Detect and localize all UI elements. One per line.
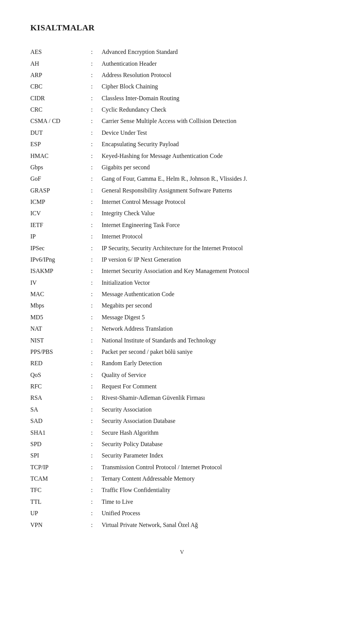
colon-separator: : (91, 219, 102, 231)
definition: Cyclic Redundancy Check (102, 104, 334, 115)
list-item: AH:Authentication Header (30, 58, 334, 69)
page-title: KISALTMALAR (30, 23, 334, 33)
colon-separator: : (91, 208, 102, 219)
definition: Security Policy Database (102, 439, 334, 450)
list-item: SPD:Security Policy Database (30, 439, 334, 450)
list-item: IP:Internet Protocol (30, 231, 334, 242)
abbreviation: MAC (30, 289, 91, 300)
abbreviation: IP (30, 231, 91, 242)
colon-separator: : (91, 58, 102, 69)
colon-separator: : (91, 381, 102, 392)
definition: Packet per second / paket bölü saniye (102, 346, 334, 358)
definition: Integrity Check Value (102, 208, 334, 219)
colon-separator: : (91, 139, 102, 150)
list-item: TCAM:Ternary Content Addressable Memory (30, 473, 334, 484)
abbreviation: IPv6/IPng (30, 254, 91, 265)
definition: Traffic Flow Confidentiality (102, 484, 334, 496)
abbreviation: RSA (30, 392, 91, 404)
list-item: RED:Random Early Detection (30, 358, 334, 369)
list-item: NIST:National Institute of Standards and… (30, 334, 334, 346)
abbreviation: TCP/IP (30, 462, 91, 473)
abbreviation: Gbps (30, 162, 91, 173)
definition: Megabits per second (102, 300, 334, 311)
abbreviation: DUT (30, 127, 91, 139)
list-item: IV:Initialization Vector (30, 277, 334, 289)
list-item: AES:Advanced Encryption Standard (30, 46, 334, 58)
colon-separator: : (91, 69, 102, 81)
colon-separator: : (91, 369, 102, 381)
colon-separator: : (91, 185, 102, 196)
colon-separator: : (91, 242, 102, 254)
list-item: SPI:Security Parameter Index (30, 450, 334, 461)
colon-separator: : (91, 334, 102, 346)
definition: Quality of Service (102, 369, 334, 381)
colon-separator: : (91, 277, 102, 289)
abbreviation: CBC (30, 81, 91, 92)
abbreviation: IPSec (30, 242, 91, 254)
colon-separator: : (91, 484, 102, 496)
abbreviation: GRASP (30, 185, 91, 196)
colon-separator: : (91, 358, 102, 369)
definition: Cipher Block Chaining (102, 81, 334, 92)
definition: Time to Live (102, 496, 334, 508)
definition: Secure Hash Algorithm (102, 427, 334, 438)
list-item: Gbps:Gigabits per second (30, 162, 334, 173)
definition: Classless Inter-Domain Routing (102, 93, 334, 104)
colon-separator: : (91, 127, 102, 139)
abbreviation: GoF (30, 173, 91, 185)
colon-separator: : (91, 404, 102, 415)
list-item: TFC:Traffic Flow Confidentiality (30, 484, 334, 496)
list-item: RSA:Rivest-Shamir-Adleman Güvenlik Firma… (30, 392, 334, 404)
colon-separator: : (91, 196, 102, 208)
abbreviation: SPD (30, 439, 91, 450)
definition: Device Under Test (102, 127, 334, 139)
colon-separator: : (91, 150, 102, 161)
list-item: SHA1:Secure Hash Algorithm (30, 427, 334, 438)
abbreviations-table: AES:Advanced Encryption StandardAH:Authe… (30, 46, 334, 531)
colon-separator: : (91, 115, 102, 127)
abbreviation: UP (30, 508, 91, 519)
list-item: PPS/PBS:Packet per second / paket bölü s… (30, 346, 334, 358)
definition: Address Resolution Protocol (102, 69, 334, 81)
abbreviation: TCAM (30, 473, 91, 484)
definition: Security Parameter Index (102, 450, 334, 461)
colon-separator: : (91, 346, 102, 358)
abbreviation: PPS/PBS (30, 346, 91, 358)
colon-separator: : (91, 392, 102, 404)
abbreviation: IV (30, 277, 91, 289)
definition: Network Address Translation (102, 323, 334, 334)
abbreviation: TFC (30, 484, 91, 496)
definition: Random Early Detection (102, 358, 334, 369)
list-item: IPv6/IPng:IP version 6/ IP Next Generati… (30, 254, 334, 265)
abbreviation: Mbps (30, 300, 91, 311)
abbreviation: IETF (30, 219, 91, 231)
colon-separator: : (91, 439, 102, 450)
definition: Internet Control Message Protocol (102, 196, 334, 208)
colon-separator: : (91, 46, 102, 58)
definition: Ternary Content Addressable Memory (102, 473, 334, 484)
list-item: UP:Unified Process (30, 508, 334, 519)
definition: Gigabits per second (102, 162, 334, 173)
abbreviation: AES (30, 46, 91, 58)
colon-separator: : (91, 265, 102, 277)
definition: Request For Comment (102, 381, 334, 392)
list-item: ESP:Encapsulating Security Payload (30, 139, 334, 150)
list-item: RFC:Request For Comment (30, 381, 334, 392)
colon-separator: : (91, 496, 102, 508)
definition: Unified Process (102, 508, 334, 519)
colon-separator: : (91, 254, 102, 265)
colon-separator: : (91, 173, 102, 185)
list-item: ICV:Integrity Check Value (30, 208, 334, 219)
abbreviation: ISAKMP (30, 265, 91, 277)
definition: Gang of Four, Gamma E., Helm R., Johnson… (102, 173, 334, 185)
definition: Transmission Control Protocol / Internet… (102, 462, 334, 473)
abbreviation: SA (30, 404, 91, 415)
list-item: TCP/IP:Transmission Control Protocol / I… (30, 462, 334, 473)
definition: Internet Protocol (102, 231, 334, 242)
list-item: NAT:Network Address Translation (30, 323, 334, 334)
definition: Security Association Database (102, 415, 334, 427)
abbreviation: SHA1 (30, 427, 91, 438)
definition: Internet Security Association and Key Ma… (102, 265, 334, 277)
abbreviation: SPI (30, 450, 91, 461)
definition: Rivest-Shamir-Adleman Güvenlik Firması (102, 392, 334, 404)
